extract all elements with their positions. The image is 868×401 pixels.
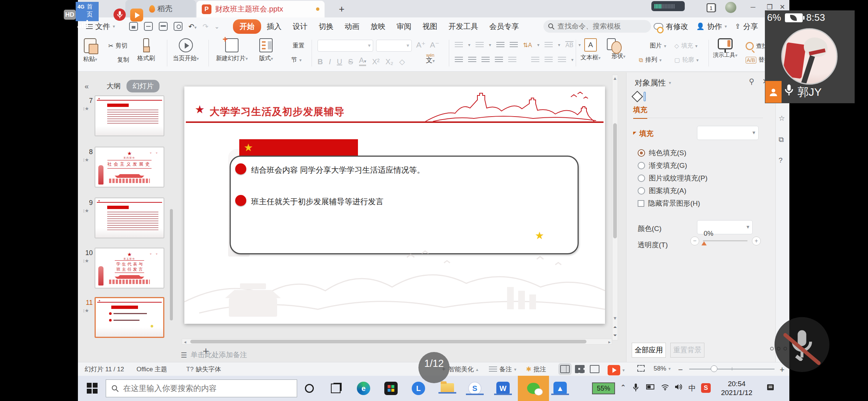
find-button[interactable]: 查找 bbox=[746, 42, 768, 50]
task-view-button[interactable] bbox=[331, 384, 341, 393]
tray-battery-icon[interactable] bbox=[646, 383, 654, 391]
arrange-button[interactable]: ⧉排列▾ bbox=[639, 56, 661, 64]
slideshow-button[interactable]: ▾ bbox=[608, 365, 625, 375]
tab-outline[interactable]: 大纲 bbox=[106, 81, 121, 91]
edge-browser-button[interactable]: e bbox=[357, 382, 370, 395]
tray-mic-icon[interactable] bbox=[633, 383, 639, 392]
fill-preset-dropdown[interactable] bbox=[697, 126, 759, 140]
menu-view[interactable]: 视图 bbox=[417, 19, 443, 34]
new-tab-button[interactable]: + bbox=[336, 3, 348, 15]
align-center-icon[interactable] bbox=[468, 57, 476, 63]
action-center-icon[interactable] bbox=[766, 383, 775, 392]
file-explorer-button[interactable] bbox=[441, 383, 454, 394]
print-icon[interactable] bbox=[159, 22, 168, 31]
transparency-minus-button[interactable]: − bbox=[690, 237, 699, 245]
menu-member[interactable]: 会员专享 bbox=[484, 19, 525, 34]
redo-icon[interactable]: ↷ bbox=[203, 22, 208, 31]
font-increase-button[interactable]: A⁺ bbox=[416, 40, 425, 49]
picture-button[interactable]: 图片▾ bbox=[639, 42, 666, 50]
sunlogin-button[interactable]: S bbox=[468, 382, 481, 395]
row-spacing-icon[interactable] bbox=[531, 57, 539, 63]
reset-background-button[interactable]: 重置背景 bbox=[670, 343, 704, 358]
menu-transition[interactable]: 切换 bbox=[313, 19, 339, 34]
shapes-button[interactable]: 形状▾ bbox=[611, 38, 625, 60]
zoom-level[interactable]: 58%▾ bbox=[654, 365, 671, 372]
fill-button[interactable]: ◇填充▾ bbox=[674, 42, 697, 50]
menu-slideshow[interactable]: 放映 bbox=[365, 19, 391, 34]
taskbar-clock[interactable]: 20:542021/1/12 bbox=[714, 379, 759, 397]
clock-app-button[interactable]: L bbox=[412, 382, 425, 395]
copy-button[interactable]: 复制 bbox=[108, 56, 129, 64]
menu-devtools[interactable]: 开发工具 bbox=[443, 19, 484, 34]
ime-indicator[interactable]: 中 bbox=[688, 383, 696, 393]
wps-button[interactable]: W bbox=[496, 382, 510, 395]
char-spacing-icon[interactable]: AB bbox=[565, 41, 573, 49]
tray-expand-icon[interactable]: ⌃ bbox=[620, 383, 626, 392]
taskbar-search-input[interactable] bbox=[123, 384, 286, 393]
zoom-slider-handle[interactable] bbox=[711, 365, 717, 372]
bold-button[interactable]: B bbox=[318, 58, 323, 66]
tencent-meeting-button[interactable]: ▲ bbox=[553, 382, 567, 395]
tray-wifi-icon[interactable] bbox=[661, 383, 669, 391]
muted-mic-button[interactable] bbox=[775, 317, 829, 372]
wechat-button-active[interactable] bbox=[518, 376, 549, 401]
toolbar-more-icon[interactable]: ⌄ bbox=[214, 23, 219, 30]
slide-thumbnail-8[interactable]: ★ 第四部分 社会主义发展史 ⌄ ⌄ bbox=[95, 147, 164, 188]
outdent-icon[interactable] bbox=[496, 42, 504, 48]
scroll-up-icon[interactable]: ▲ bbox=[612, 76, 618, 81]
outline-button[interactable]: ▢轮廓▾ bbox=[674, 56, 698, 64]
textbox-button[interactable]: A 文本框▾ bbox=[581, 38, 601, 62]
present-tools-button[interactable]: 演示工具▾ bbox=[713, 38, 737, 59]
pinyin-guide-button[interactable]: wén 文▾ bbox=[426, 53, 435, 63]
section-button[interactable]: 节▾ bbox=[282, 56, 302, 64]
radio-gradient-fill[interactable]: 渐变填充(G) bbox=[638, 161, 687, 170]
menu-home[interactable]: 开始 bbox=[233, 19, 261, 34]
horizontal-scrollbar[interactable]: ◂ ▸ bbox=[182, 339, 612, 345]
align-left-icon[interactable] bbox=[455, 57, 463, 63]
cortana-button[interactable] bbox=[305, 384, 314, 393]
fit-slide-button[interactable] bbox=[637, 365, 645, 372]
line-spacing-icon[interactable] bbox=[545, 42, 553, 48]
slider-marker-icon[interactable] bbox=[701, 241, 707, 245]
missing-font-warning[interactable]: T?缺失字体 bbox=[186, 365, 221, 374]
normal-view-button[interactable] bbox=[560, 365, 570, 373]
comments-toggle[interactable]: ✱批注 bbox=[526, 365, 546, 374]
column-spacing-icon[interactable] bbox=[545, 57, 553, 63]
menu-insert[interactable]: 插入 bbox=[261, 19, 287, 34]
bullet-list-icon[interactable] bbox=[455, 42, 463, 48]
clipboard-panel-icon[interactable]: ⧉ bbox=[779, 136, 784, 144]
notes-bar[interactable]: ☰ 单击此处添加备注 bbox=[181, 349, 618, 361]
slide-thumbnail-7[interactable]: ★ bbox=[95, 95, 164, 136]
tray-speaker-icon[interactable] bbox=[674, 383, 683, 391]
tab-document-active[interactable]: P 财政班主题班会.pptx bbox=[197, 1, 325, 17]
scroll-left-icon[interactable]: ◂ bbox=[183, 339, 187, 345]
minimize-button[interactable]: ─ bbox=[747, 2, 759, 12]
scroll-right-icon[interactable]: ▸ bbox=[607, 339, 612, 345]
collapse-pane-button[interactable]: « bbox=[85, 82, 89, 91]
command-search[interactable] bbox=[543, 20, 651, 33]
next-slide-button[interactable]: ⏷ bbox=[612, 333, 618, 338]
indent-icon[interactable] bbox=[510, 42, 518, 48]
help-icon[interactable]: ? bbox=[779, 156, 783, 164]
slide-canvas[interactable]: ★ 大学学习生活及初步发展辅导 ★ 结合班会内容 同学分享大学学习生活适应情况等… bbox=[184, 87, 605, 324]
radio-solid-fill[interactable]: 纯色填充(S) bbox=[638, 148, 686, 158]
play-from-current-button[interactable]: 当页开始▾ bbox=[173, 38, 199, 62]
clear-format-button[interactable]: ◇ bbox=[399, 57, 405, 66]
strikethrough-button[interactable]: S bbox=[348, 58, 353, 66]
align-distribute-icon[interactable] bbox=[508, 57, 516, 63]
underline-button[interactable]: U bbox=[337, 58, 342, 66]
scroll-down-icon[interactable]: ▼ bbox=[612, 316, 618, 321]
notes-toggle[interactable]: 备注▾ bbox=[489, 365, 516, 374]
slide-bullet-1[interactable]: 结合班会内容 同学分享大学学习生活适应情况等。 bbox=[251, 165, 425, 175]
checkbox-hide-background[interactable]: 隐藏背景图形(H) bbox=[638, 199, 700, 208]
home-tab-label[interactable]: 首页 bbox=[87, 3, 97, 19]
tab-slides[interactable]: 幻灯片 bbox=[126, 80, 160, 92]
slide-thumbnail-9[interactable]: ★ bbox=[95, 198, 164, 238]
paragraph-spacing-icon[interactable] bbox=[558, 57, 566, 63]
scrollbar-thumb[interactable] bbox=[190, 340, 586, 343]
font-decrease-button[interactable]: A⁻ bbox=[430, 40, 439, 49]
menu-review[interactable]: 审阅 bbox=[391, 19, 417, 34]
slide-title[interactable]: 大学学习生活及初步发展辅导 bbox=[210, 105, 345, 118]
numbered-list-icon[interactable] bbox=[476, 42, 484, 48]
tab-count-badge[interactable]: 1 bbox=[707, 3, 716, 12]
